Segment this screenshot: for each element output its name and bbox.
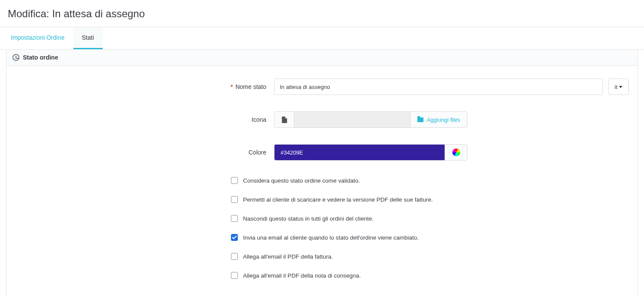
checkbox-section: Considera questo stato ordine come valid… (15, 177, 629, 279)
add-files-button[interactable]: Aggiungi files (410, 112, 467, 127)
checkbox-row-hide-status: Nascondi questo status in tutti gli ordi… (231, 215, 629, 222)
checkbox-attach-invoice[interactable] (231, 253, 238, 260)
checkbox-label-send-email: Invia una email al cliente quando lo sta… (243, 234, 419, 241)
tab-statuses[interactable]: Stati (73, 27, 103, 49)
color-input[interactable] (275, 145, 445, 160)
status-name-input[interactable] (274, 79, 603, 95)
checkbox-label-hide-status: Nascondi questo status in tutti gli ordi… (243, 215, 373, 222)
required-marker: * (230, 83, 233, 90)
tabs: Impostazioni Ordine Stati (0, 27, 644, 50)
label-text-color: Colore (249, 149, 266, 156)
label-text-status-name: Nome stato (235, 83, 266, 90)
tab-order-settings[interactable]: Impostazioni Ordine (2, 27, 73, 49)
checkbox-label-attach-invoice: Allega all'email il PDF della fattura. (243, 253, 333, 260)
checkbox-row-pdf-download: Permetti al cliente di scaricare e veder… (231, 196, 629, 203)
page-title: Modifica: In attesa di assegno (0, 0, 644, 27)
checkbox-label-validated: Considera questo stato ordine come valid… (243, 177, 360, 184)
color-input-group (274, 144, 467, 161)
color-picker-button[interactable] (445, 145, 467, 160)
checkbox-hide-status[interactable] (231, 215, 238, 222)
folder-open-icon (417, 117, 423, 122)
icon-input-group: Aggiungi files (274, 111, 467, 128)
checkbox-label-attach-delivery: Allega all'email il PDF della nota di co… (243, 272, 361, 279)
clock-icon (13, 54, 19, 61)
label-icon: Icona (15, 116, 274, 123)
checkbox-row-send-email: Invia una email al cliente quando lo sta… (231, 234, 629, 241)
panel-title: Stato ordine (23, 54, 58, 61)
row-color: Colore (15, 144, 629, 161)
row-status-name: * Nome stato it (15, 79, 629, 95)
panel-order-status: Stato ordine * Nome stato it Icona (6, 50, 638, 297)
label-text-icon: Icona (252, 116, 266, 123)
checkbox-send-email[interactable] (231, 234, 238, 241)
panel-header: Stato ordine (6, 50, 638, 66)
icon-preview (275, 112, 294, 127)
language-selector-button[interactable]: it (608, 79, 629, 95)
checkbox-row-attach-invoice: Allega all'email il PDF della fattura. (231, 253, 629, 260)
caret-down-icon (619, 86, 622, 88)
file-icon (282, 117, 287, 123)
panel-body: * Nome stato it Icona (6, 66, 638, 297)
checkbox-row-validated: Considera questo stato ordine come valid… (231, 177, 629, 184)
icon-file-input[interactable] (294, 112, 410, 127)
checkbox-attach-delivery[interactable] (231, 272, 238, 279)
label-color: Colore (15, 149, 274, 156)
language-code: it (615, 84, 618, 90)
label-status-name: * Nome stato (15, 83, 274, 90)
add-files-label: Aggiungi files (427, 117, 460, 123)
color-wheel-icon (452, 148, 460, 156)
checkbox-validated[interactable] (231, 177, 238, 184)
checkbox-pdf-download[interactable] (231, 196, 238, 203)
checkbox-row-attach-delivery: Allega all'email il PDF della nota di co… (231, 272, 629, 279)
row-icon: Icona Aggiungi files (15, 111, 629, 128)
checkbox-label-pdf-download: Permetti al cliente di scaricare e veder… (243, 196, 433, 203)
